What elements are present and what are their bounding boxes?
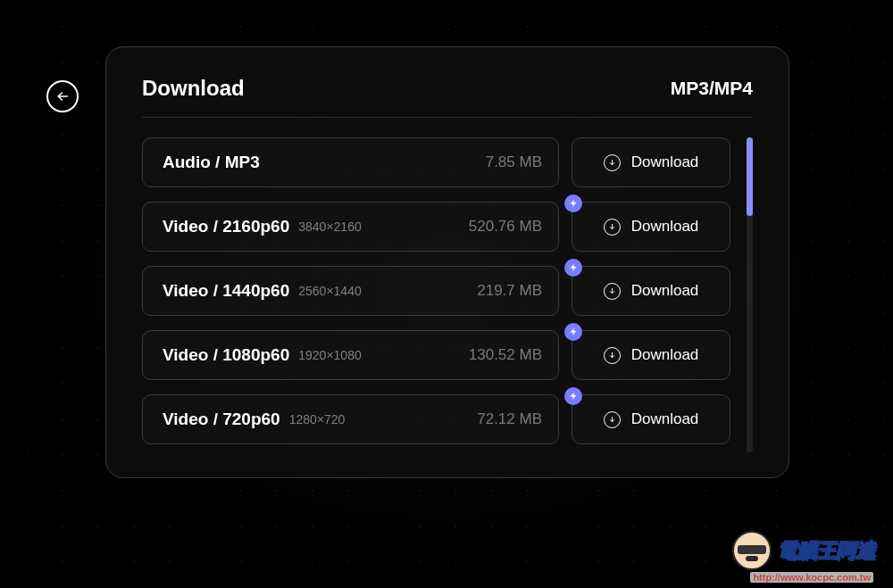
- download-button-label: Download: [631, 282, 699, 300]
- format-info-box: Video / 1440p602560×1440219.7 MB: [142, 266, 559, 316]
- format-label: Video / 720p60: [163, 410, 280, 429]
- panel-title: Download: [142, 76, 245, 101]
- file-size: 219.7 MB: [477, 282, 542, 300]
- download-arrow-icon: [604, 347, 621, 364]
- watermark: 電腦王阿達 http://www.kocpc.com.tw: [732, 531, 875, 570]
- format-label: Video / 1440p60: [163, 281, 289, 301]
- list-item: Video / 1080p601920×1080130.52 MBDownloa…: [142, 330, 730, 380]
- format-info-box: Video / 720p601280×72072.12 MB: [142, 394, 559, 444]
- format-info-box: Audio / MP37.85 MB: [142, 137, 559, 187]
- download-button[interactable]: Download: [572, 266, 730, 316]
- list-item: Video / 1440p602560×1440219.7 MBDownload: [142, 266, 730, 316]
- download-arrow-icon: [604, 219, 621, 236]
- scrollbar[interactable]: [747, 137, 753, 452]
- download-button-label: Download: [631, 153, 699, 171]
- download-button-label: Download: [631, 346, 699, 364]
- lightning-badge-icon: [564, 387, 582, 405]
- format-label: Video / 1080p60: [163, 345, 289, 365]
- format-label: MP3/MP4: [671, 78, 753, 99]
- download-button-label: Download: [631, 410, 699, 428]
- download-panel: Download MP3/MP4 Audio / MP37.85 MBDownl…: [105, 46, 789, 478]
- resolution-label: 3840×2160: [298, 219, 361, 234]
- format-label: Video / 2160p60: [163, 217, 289, 236]
- arrow-left-icon: [55, 89, 70, 104]
- watermark-url: http://www.kocpc.com.tw: [750, 572, 873, 583]
- file-size: 7.85 MB: [486, 153, 542, 171]
- lightning-badge-icon: [564, 259, 582, 277]
- format-info-box: Video / 2160p603840×2160520.76 MB: [142, 202, 559, 252]
- back-button[interactable]: [46, 80, 79, 112]
- download-button[interactable]: Download: [572, 330, 730, 380]
- resolution-label: 2560×1440: [298, 284, 361, 298]
- format-label: Audio / MP3: [163, 153, 260, 172]
- list-item: Video / 2160p603840×2160520.76 MBDownloa…: [142, 202, 730, 252]
- resolution-label: 1920×1080: [298, 348, 361, 362]
- list-item: Video / 720p601280×72072.12 MBDownload: [142, 394, 730, 444]
- download-button[interactable]: Download: [572, 394, 730, 444]
- watermark-face-icon: [732, 531, 772, 570]
- download-button-label: Download: [631, 218, 699, 236]
- format-info-box: Video / 1080p601920×1080130.52 MB: [142, 330, 559, 380]
- scrollbar-thumb[interactable]: [747, 137, 753, 216]
- list-wrap: Audio / MP37.85 MBDownloadVideo / 2160p6…: [142, 137, 753, 452]
- download-list: Audio / MP37.85 MBDownloadVideo / 2160p6…: [142, 137, 730, 452]
- resolution-label: 1280×720: [289, 412, 346, 427]
- download-button[interactable]: Download: [572, 137, 730, 187]
- file-size: 72.12 MB: [477, 410, 542, 428]
- download-arrow-icon: [604, 411, 621, 428]
- download-arrow-icon: [604, 283, 621, 300]
- list-item: Audio / MP37.85 MBDownload: [142, 137, 730, 187]
- download-button[interactable]: Download: [572, 202, 730, 252]
- file-size: 520.76 MB: [469, 218, 542, 236]
- panel-header: Download MP3/MP4: [142, 76, 753, 118]
- watermark-text: 電腦王阿達: [777, 537, 875, 564]
- download-arrow-icon: [604, 154, 621, 171]
- lightning-badge-icon: [564, 323, 582, 341]
- file-size: 130.52 MB: [469, 346, 542, 364]
- lightning-badge-icon: [564, 195, 582, 212]
